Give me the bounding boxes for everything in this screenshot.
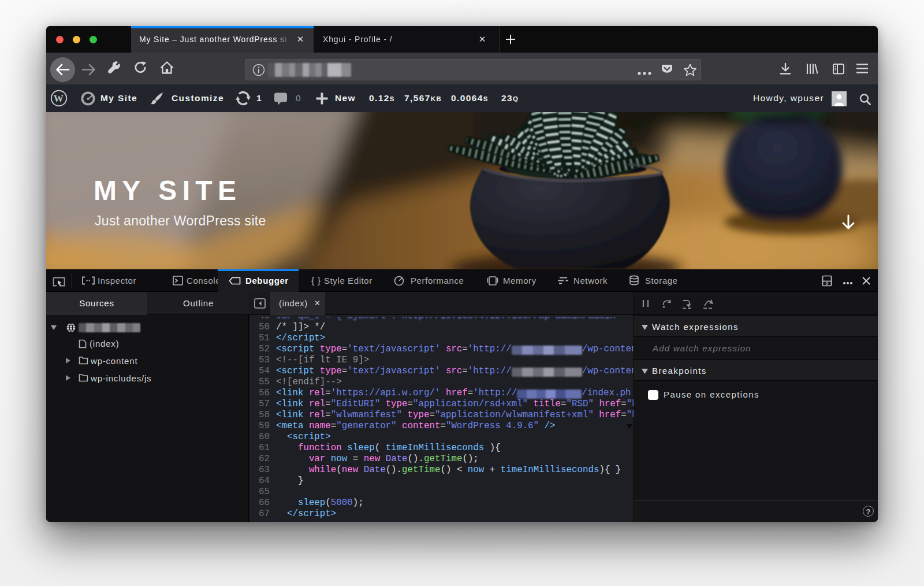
svg-text:W: W [54,93,64,104]
